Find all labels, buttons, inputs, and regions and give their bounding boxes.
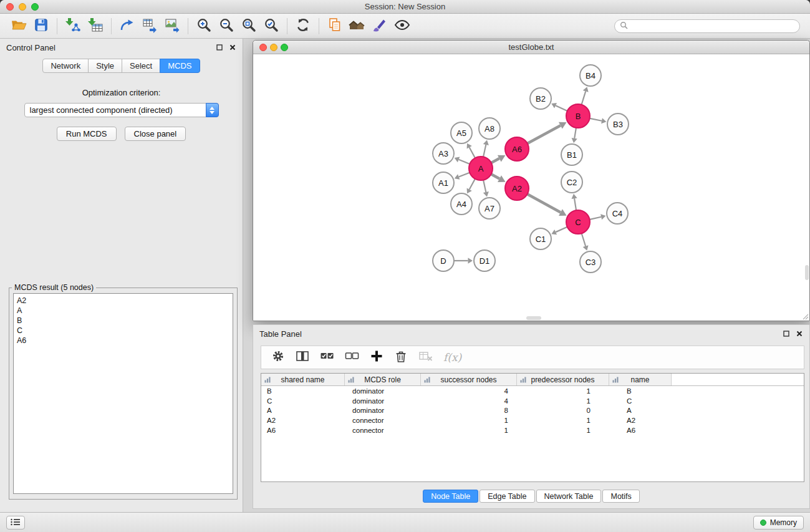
show-column-button[interactable]	[296, 349, 309, 365]
table-cell[interactable]: 8	[421, 407, 517, 414]
zoom-in-button[interactable]	[193, 16, 215, 36]
table-cell[interactable]: A6	[609, 427, 672, 434]
float-panel-icon[interactable]	[783, 330, 790, 337]
tab-network-table[interactable]: Network Table	[536, 490, 602, 503]
open-session-button[interactable]	[7, 16, 30, 36]
tab-motifs[interactable]: Motifs	[602, 490, 639, 503]
result-item[interactable]: A2	[17, 296, 229, 306]
table-cell[interactable]: A2	[261, 417, 345, 424]
close-panel-icon[interactable]	[229, 44, 236, 51]
refresh-view-button[interactable]	[292, 16, 314, 36]
column-header-shared-name[interactable]: shared name	[261, 374, 345, 385]
table-cell[interactable]: 1	[421, 417, 517, 424]
zoom-fit-button[interactable]	[238, 16, 260, 36]
import-table-from-file-button[interactable]	[84, 16, 107, 36]
table-cell[interactable]: C	[261, 397, 345, 405]
table-cell[interactable]: connector	[345, 417, 421, 424]
table-row[interactable]: Cdominator41C	[261, 396, 804, 406]
search-input[interactable]	[631, 22, 794, 31]
tab-select[interactable]: Select	[122, 59, 160, 73]
close-panel-icon[interactable]	[796, 330, 803, 337]
select-all-button[interactable]	[320, 349, 334, 365]
tab-edge-table[interactable]: Edge Table	[480, 490, 534, 503]
delete-table-button[interactable]	[418, 349, 433, 365]
table-cell[interactable]: A2	[609, 417, 672, 424]
column-header-name[interactable]: name	[609, 374, 672, 385]
show-graphics-details-button[interactable]	[391, 16, 413, 36]
graph-edge-C-C4[interactable]	[589, 217, 602, 220]
result-item[interactable]: C	[17, 326, 229, 336]
float-panel-icon[interactable]	[216, 44, 223, 51]
graph-edge-A-A5[interactable]	[470, 147, 476, 159]
graph-edge-A-A8[interactable]	[483, 145, 486, 158]
column-header-successor-nodes[interactable]: successor nodes	[421, 374, 517, 385]
graph-edge-C-C1[interactable]	[556, 226, 568, 232]
save-session-button[interactable]	[30, 16, 52, 36]
network-canvas-container[interactable]: AA1A2A3A4A5A6A7A8BB1B2B3B4CC1C2C3C4DD1	[253, 54, 809, 321]
table-cell[interactable]: A6	[261, 427, 345, 434]
close-panel-button[interactable]: Close panel	[125, 127, 186, 141]
graph-edge-B-B4[interactable]	[581, 91, 586, 105]
run-mcds-button[interactable]: Run MCDS	[57, 127, 117, 141]
table-cell[interactable]: 1	[517, 417, 609, 424]
zoom-out-button[interactable]	[215, 16, 238, 36]
graph-edge-A6-B[interactable]	[526, 125, 561, 144]
column-header-MCDS-role[interactable]: MCDS role	[345, 374, 421, 385]
graph-edge-A-A4[interactable]	[470, 178, 476, 190]
tab-node-table[interactable]: Node Table	[423, 490, 478, 503]
graph-edge-B-B3[interactable]	[589, 118, 602, 120]
mcds-result-list[interactable]: A2ABCA6	[13, 293, 233, 494]
graph-edge-C-C2[interactable]	[574, 198, 576, 211]
table-row[interactable]: A6connector11A6	[261, 425, 804, 435]
table-cell[interactable]: C	[609, 397, 672, 405]
graph-edge-A-A7[interactable]	[483, 179, 486, 193]
table-cell[interactable]: B	[609, 387, 672, 395]
table-cell[interactable]: 1	[517, 397, 609, 405]
table-row[interactable]: A2connector11A2	[261, 415, 804, 425]
import-network-from-file-button[interactable]	[62, 16, 84, 36]
home-button[interactable]	[346, 16, 369, 36]
graph-edge-A2-C[interactable]	[526, 193, 561, 212]
task-history-button[interactable]	[6, 516, 25, 530]
table-cell[interactable]: dominator	[345, 397, 421, 405]
column-header-predecessor-nodes[interactable]: predecessor nodes	[517, 374, 609, 385]
table-cell[interactable]: A	[609, 407, 672, 414]
table-cell[interactable]: 0	[517, 407, 609, 414]
memory-button[interactable]: Memory	[753, 516, 804, 530]
resize-grip-icon[interactable]	[801, 312, 809, 320]
network-canvas[interactable]: AA1A2A3A4A5A6A7A8BB1B2B3B4CC1C2C3C4DD1	[253, 54, 809, 321]
function-builder-button[interactable]: f(x)	[443, 351, 461, 364]
add-row-button[interactable]	[370, 349, 383, 365]
table-row[interactable]: Bdominator41B	[261, 386, 804, 396]
tab-network[interactable]: Network	[42, 59, 89, 73]
zoom-selected-button[interactable]	[260, 16, 282, 36]
table-cell[interactable]: 1	[517, 427, 609, 434]
table-cell[interactable]: B	[261, 387, 345, 395]
criterion-dropdown[interactable]: largest connected component (directed)	[24, 103, 219, 117]
delete-row-button[interactable]	[394, 349, 408, 366]
table-cell[interactable]: 1	[421, 427, 517, 434]
table-cell[interactable]: 1	[517, 387, 609, 395]
search-field[interactable]	[614, 19, 800, 33]
graph-edge-C-C3[interactable]	[581, 232, 586, 246]
table-cell[interactable]: A	[261, 407, 345, 414]
table-cell[interactable]: dominator	[345, 387, 421, 395]
result-item[interactable]: A6	[17, 336, 229, 346]
result-item[interactable]: B	[17, 316, 229, 326]
graph-edge-A-A3[interactable]	[459, 160, 471, 165]
table-cell[interactable]: connector	[345, 427, 421, 434]
clone-network-button[interactable]	[138, 16, 161, 36]
result-item[interactable]: A	[17, 306, 229, 316]
horizontal-scrollbar-thumb[interactable]	[526, 316, 541, 320]
network-window-titlebar[interactable]: testGlobe.txt	[253, 41, 809, 54]
graph-edge-A-A1[interactable]	[459, 172, 471, 177]
table-cell[interactable]: dominator	[345, 407, 421, 414]
style-brush-button[interactable]	[369, 16, 391, 36]
open-recent-button[interactable]	[324, 16, 346, 36]
tab-mcds[interactable]: MCDS	[160, 59, 200, 73]
table-cell[interactable]: 4	[421, 397, 517, 405]
export-image-button[interactable]	[161, 16, 183, 36]
vertical-scrollbar-thumb[interactable]	[805, 265, 809, 280]
table-settings-button[interactable]	[271, 349, 285, 365]
table-row[interactable]: Adominator80A	[261, 406, 804, 416]
